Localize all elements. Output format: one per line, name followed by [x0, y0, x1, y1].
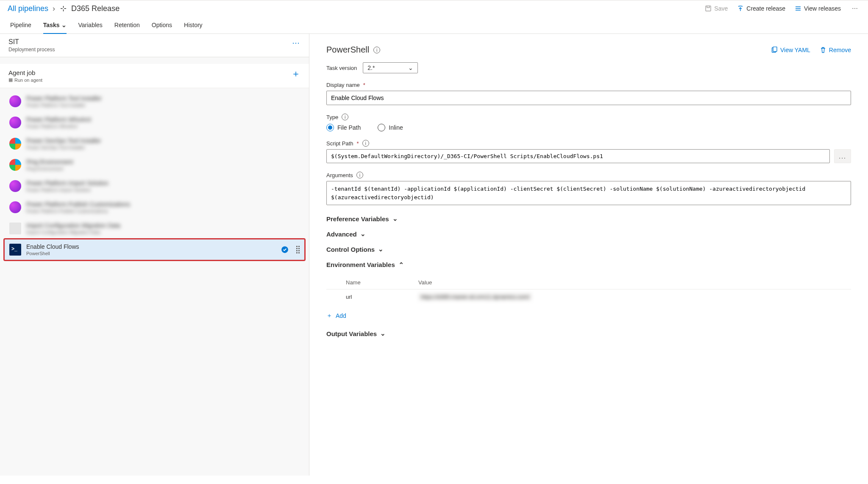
task-title: Enable Cloud Flows — [26, 243, 276, 250]
left-panel: SIT Deployment process ⋯ Agent job ▦ Run… — [0, 34, 309, 476]
chevron-down-icon: ⌄ — [408, 64, 413, 71]
tab-history[interactable]: History — [184, 22, 203, 33]
agent-job-name: Agent job — [8, 69, 42, 76]
remove-button[interactable]: Remove — [820, 47, 851, 53]
svg-rect-0 — [706, 6, 711, 11]
panel-title: PowerShell i — [326, 45, 380, 55]
tab-pipeline[interactable]: Pipeline — [10, 22, 31, 33]
agent-job-sub: ▦ Run on agent — [8, 77, 42, 83]
env-row-value: https://d365-maree-sit.crm11.dynamics.co… — [416, 289, 851, 305]
env-row-name: url — [343, 289, 416, 305]
powershell-icon — [9, 244, 21, 256]
arguments-label: Arguments — [326, 172, 353, 178]
agent-job-header[interactable]: Agent job ▦ Run on agent ＋ — [0, 64, 309, 88]
top-actions: Save Create release View releases ⋯ — [705, 5, 860, 12]
stage-name: SIT — [8, 38, 55, 46]
task-version-select[interactable]: 2.* ⌄ — [363, 62, 418, 73]
breadcrumb-root-link[interactable]: All pipelines — [8, 4, 48, 13]
info-icon[interactable]: i — [356, 172, 363, 178]
env-col-value: Value — [416, 276, 851, 289]
stage-header[interactable]: SIT Deployment process ⋯ — [0, 34, 309, 57]
more-menu-button[interactable]: ⋯ — [850, 5, 860, 12]
script-path-label: Script Path — [326, 140, 353, 147]
breadcrumb: All pipelines › ⊹ D365 Release — [8, 4, 120, 13]
task-item[interactable]: Ping EnvironmentPing Environment — [4, 154, 305, 175]
task-item[interactable]: Power Platform Tool InstallerPower Platf… — [4, 91, 305, 112]
tabs: Pipeline Tasks ⌄ Variables Retention Opt… — [0, 15, 868, 34]
add-task-button[interactable]: ＋ — [291, 69, 300, 78]
env-col-name: Name — [343, 276, 416, 289]
chevron-down-icon: ⌄ — [392, 215, 398, 223]
stage-subtitle: Deployment process — [8, 47, 55, 53]
info-icon[interactable]: i — [362, 140, 369, 147]
env-variables-table: Name Value url https://d365-maree-sit.cr… — [326, 276, 851, 304]
page-title: D365 Release — [71, 4, 120, 13]
svg-rect-3 — [773, 47, 777, 51]
task-item[interactable]: Import Configuration Migration DataImpor… — [4, 218, 305, 239]
section-preference-variables[interactable]: Preference Variables ⌄ — [326, 215, 851, 223]
stage-more-button[interactable]: ⋯ — [292, 38, 300, 47]
tab-tasks[interactable]: Tasks ⌄ — [43, 22, 67, 33]
task-list: Power Platform Tool InstallerPower Platf… — [0, 88, 309, 263]
task-item[interactable]: Power Platform Publish CustomizationsPow… — [4, 197, 305, 218]
chevron-down-icon: ⌄ — [61, 22, 67, 28]
type-filepath-radio[interactable]: File Path — [326, 124, 361, 131]
save-button: Save — [705, 5, 728, 12]
section-environment-variables[interactable]: Environment Variables ⌄ — [326, 261, 851, 268]
create-release-button[interactable]: Create release — [737, 5, 785, 12]
script-path-input[interactable] — [326, 149, 830, 163]
view-yaml-button[interactable]: View YAML — [771, 47, 810, 53]
arguments-input[interactable] — [326, 181, 851, 205]
add-env-var-button[interactable]: ＋ Add — [326, 309, 851, 322]
chevron-down-icon: ⌄ — [378, 245, 384, 253]
section-control-options[interactable]: Control Options ⌄ — [326, 245, 851, 253]
task-item[interactable]: Power DevOps Tool InstallerPower DevOps … — [4, 133, 305, 154]
server-icon: ▦ — [8, 77, 13, 83]
browse-button[interactable]: ... — [834, 149, 851, 163]
plus-icon: ＋ — [326, 312, 332, 320]
tab-retention[interactable]: Retention — [114, 22, 140, 33]
task-subtitle: PowerShell — [26, 251, 276, 256]
drag-handle-icon[interactable] — [296, 246, 300, 253]
tab-variables[interactable]: Variables — [78, 22, 103, 33]
check-circle-icon — [281, 246, 289, 253]
chevron-right-icon: › — [53, 4, 55, 13]
chevron-down-icon: ⌄ — [380, 330, 386, 337]
display-name-input[interactable] — [326, 91, 851, 105]
display-name-label: Display name — [326, 82, 360, 88]
view-releases-button[interactable]: View releases — [795, 5, 841, 12]
env-row[interactable]: url https://d365-maree-sit.crm11.dynamic… — [326, 289, 851, 305]
type-label: Type — [326, 114, 338, 120]
type-inline-radio[interactable]: Inline — [378, 124, 403, 131]
tab-options[interactable]: Options — [152, 22, 172, 33]
section-advanced[interactable]: Advanced ⌄ — [326, 230, 851, 238]
task-detail-panel: PowerShell i View YAML Remove Task versi… — [309, 34, 868, 476]
info-icon[interactable]: i — [342, 114, 348, 120]
chevron-down-icon: ⌄ — [360, 230, 366, 238]
info-icon[interactable]: i — [373, 47, 380, 53]
task-item-selected[interactable]: Enable Cloud Flows PowerShell — [4, 239, 305, 260]
pipeline-icon: ⊹ — [59, 4, 67, 13]
section-output-variables[interactable]: Output Variables ⌄ — [326, 330, 851, 337]
task-version-label: Task version — [326, 65, 357, 71]
task-item[interactable]: Power Platform Import SolutionPower Plat… — [4, 175, 305, 197]
chevron-up-icon: ⌄ — [398, 261, 404, 268]
task-item[interactable]: Power Platform WhoAmIPower Platform WhoA… — [4, 112, 305, 133]
